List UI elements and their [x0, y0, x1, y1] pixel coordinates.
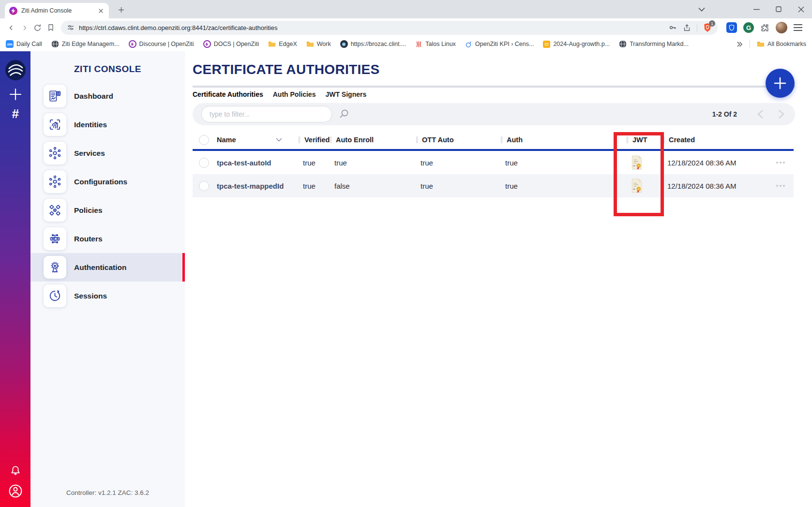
url-bar[interactable]: https://ctrl.cdaws.clint.demo.openziti.o… [61, 21, 718, 35]
bookmark-discourse-openziti[interactable]: Discourse | OpenZiti [129, 40, 194, 48]
bookmark-transforming-markdown[interactable]: Transforming Markd... [619, 40, 689, 48]
tab-auth-policies[interactable]: Auth Policies [273, 90, 316, 98]
ott-auto-value: true [416, 182, 501, 190]
new-tab-button[interactable] [115, 3, 127, 16]
globe-icon [51, 40, 59, 48]
sidebar-item-sessions[interactable]: Sessions [30, 282, 185, 310]
ziti-logo-icon[interactable] [5, 60, 26, 80]
bookmark-brozac[interactable]: https://brozac.clint.... [340, 40, 406, 48]
column-name[interactable]: Name [217, 136, 299, 144]
rail-hash-icon[interactable]: # [12, 106, 18, 121]
bookmark-icon[interactable] [44, 21, 57, 34]
created-value: 12/18/2024 08:36 AM [663, 159, 770, 167]
column-auto-enroll[interactable]: Auto Enroll [330, 136, 416, 144]
ca-name[interactable]: tpca-test-autoId [217, 159, 299, 167]
column-jwt[interactable]: JWT [627, 136, 663, 144]
ca-name[interactable]: tpca-test-mappedId [217, 182, 299, 190]
column-auth[interactable]: Auth [501, 136, 627, 144]
tab-certificate-authorities[interactable]: Certificate Authorities [193, 90, 263, 98]
row-checkbox[interactable] [199, 181, 209, 191]
bookmark-docs-openziti[interactable]: DOCS | OpenZiti [203, 40, 259, 48]
rail-add-icon[interactable] [9, 88, 22, 101]
tab-close-icon[interactable] [97, 7, 105, 15]
maximize-button[interactable] [767, 0, 790, 18]
brave-shield-icon[interactable]: 1 [703, 23, 712, 32]
extension-icons: G [726, 22, 802, 33]
list-toolbar: 1-2 Of 2 [193, 103, 795, 125]
bookmarks-overflow-icon[interactable] [737, 42, 743, 47]
verified-value: true [299, 182, 330, 190]
minimize-button[interactable] [745, 0, 767, 18]
page-title: CERTIFICATE AUTHORITIES [193, 62, 379, 77]
all-bookmarks-button[interactable]: All Bookmarks [757, 41, 806, 47]
page-prev-icon[interactable] [757, 109, 764, 119]
main-content: CERTIFICATE AUTHORITIES Certificate Auth… [185, 51, 812, 507]
title-divider [193, 86, 795, 88]
add-certificate-authority-button[interactable] [766, 69, 795, 98]
auto-enroll-value: false [330, 182, 416, 190]
globe-icon [619, 40, 627, 48]
network-icon [44, 170, 66, 193]
plus-icon [773, 76, 787, 90]
sidebar-item-configurations[interactable]: Configurations [30, 167, 185, 196]
forward-icon[interactable] [18, 21, 31, 34]
tab-jwt-signers[interactable]: JWT Signers [325, 90, 366, 98]
browser-tab[interactable]: Ziti Admin Console [5, 3, 109, 18]
sidebar-item-identities[interactable]: Identities [30, 110, 185, 139]
bitwarden-icon[interactable] [726, 22, 737, 33]
close-window-button[interactable] [790, 0, 812, 18]
row-menu-button[interactable] [770, 185, 794, 187]
bookmark-2024-aug-growth[interactable]: 2024-Aug-growth.p... [543, 41, 610, 48]
auto-enroll-value: true [330, 159, 416, 167]
grammarly-icon[interactable]: G [743, 22, 754, 33]
column-created[interactable]: Created [663, 136, 770, 144]
folder-icon [268, 41, 276, 47]
password-key-icon[interactable] [668, 23, 677, 32]
bookmarks-bar: zm Daily Call Ziti Edge Managem... Disco… [0, 37, 812, 51]
bookmark-openziti-kpi[interactable]: OpenZiti KPI › Cens... [465, 41, 534, 48]
folder-icon [306, 41, 314, 47]
bookmark-ziti-edge[interactable]: Ziti Edge Managem... [51, 40, 120, 48]
sidebar-item-authentication[interactable]: Authentication [30, 253, 185, 282]
bookmark-talos-linux[interactable]: Talos Linux [415, 41, 456, 48]
ca-table: Name Verified Auto Enroll OTT Auto Auth … [193, 131, 794, 197]
column-ott-auto[interactable]: OTT Auto [416, 136, 501, 144]
notifications-bell-icon[interactable] [9, 464, 22, 477]
site-settings-icon[interactable] [67, 24, 75, 31]
table-row[interactable]: tpca-test-autoId true true true true 12/… [193, 151, 794, 174]
profile-avatar[interactable] [776, 22, 787, 33]
openziti-bolt-icon [203, 40, 211, 48]
share-icon[interactable] [683, 24, 691, 32]
filter-input[interactable] [201, 106, 332, 122]
dashboard-icon [44, 85, 66, 107]
page-next-icon[interactable] [778, 109, 784, 119]
tab-search-icon[interactable] [692, 0, 711, 18]
search-icon[interactable] [338, 108, 350, 120]
menu-hamburger-icon[interactable] [794, 24, 802, 31]
table-header: Name Verified Auto Enroll OTT Auto Auth … [193, 131, 794, 149]
extensions-puzzle-icon[interactable] [760, 23, 769, 32]
sidebar-item-dashboard[interactable]: Dashboard [30, 82, 185, 110]
url-text[interactable]: https://ctrl.cdaws.clint.demo.openziti.o… [79, 24, 668, 31]
bookmark-daily-call[interactable]: zm Daily Call [6, 40, 42, 48]
table-row[interactable]: tpca-test-mappedId true false true true … [193, 174, 794, 197]
back-icon[interactable] [5, 21, 18, 34]
folder-icon [757, 41, 765, 47]
account-icon[interactable] [8, 483, 23, 499]
sidebar-item-policies[interactable]: Policies [30, 196, 185, 224]
column-verified[interactable]: Verified [299, 136, 330, 144]
console-title: ZITI CONSOLE [30, 64, 185, 75]
jwt-certificate-icon[interactable] [631, 155, 663, 170]
clock-icon [44, 284, 66, 307]
bookmark-edgex[interactable]: EdgeX [268, 41, 297, 47]
jwt-certificate-icon[interactable] [631, 179, 663, 193]
row-menu-button[interactable] [770, 162, 794, 164]
sidebar: ZITI CONSOLE Dashboard Identities [30, 51, 185, 507]
select-all-checkbox[interactable] [199, 135, 209, 145]
sidebar-item-services[interactable]: Services [30, 139, 185, 167]
row-checkbox[interactable] [199, 158, 209, 168]
reload-icon[interactable] [31, 21, 44, 34]
sidebar-item-routers[interactable]: Routers [30, 224, 185, 253]
bookmark-work[interactable]: Work [306, 41, 331, 47]
ziti-favicon-icon [9, 7, 17, 15]
